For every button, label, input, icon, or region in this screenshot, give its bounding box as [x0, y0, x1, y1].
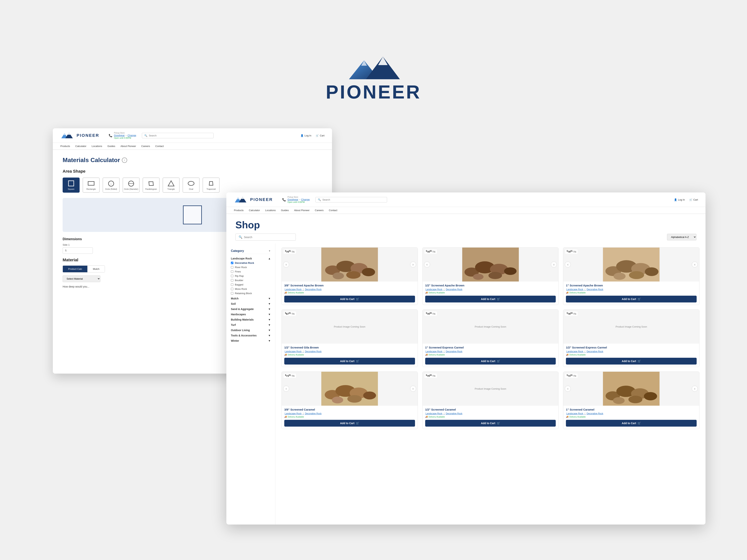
add-to-cart-btn-6[interactable]: Add to Cart 🛒 [566, 358, 697, 364]
sidebar-sand-aggregate[interactable]: Sand & Aggregate ▼ [231, 306, 271, 311]
shop-nav-careers[interactable]: Careers [315, 209, 324, 212]
sidebar-building-materials[interactable]: Building Materials ▼ [231, 316, 271, 322]
cat-link-9[interactable]: Landscape Rock [566, 412, 583, 415]
subcat-link-3[interactable]: Decorative Rock [587, 288, 603, 291]
calc-nav-about[interactable]: About Pioneer [121, 145, 136, 148]
subcat-link-2[interactable]: Decorative Rock [446, 288, 462, 291]
subcat-link-4[interactable]: Decorative Rock [305, 350, 321, 353]
shape-trapezoid[interactable]: Trapezoid [203, 178, 220, 193]
tab-product-calc[interactable]: Product Calc [63, 266, 87, 272]
sidebar-item-bagged[interactable]: Bagged [231, 282, 271, 287]
shop-store-link-change[interactable]: Change [301, 198, 310, 201]
cat-link-7[interactable]: Landscape Rock [285, 412, 302, 415]
shape-circle-diameter[interactable]: Circle (Diameter) [123, 178, 139, 193]
sidebar-item-river-rock[interactable]: River Rock [231, 265, 271, 270]
img-prev-btn-2[interactable]: ‹ [424, 261, 430, 268]
boulder-checkbox[interactable] [231, 279, 233, 281]
shop-nav-about[interactable]: About Pioneer [294, 209, 310, 212]
subcat-link-8[interactable]: Decorative Rock [446, 412, 462, 415]
calc-cart-btn[interactable]: 🛒 Cart [316, 134, 325, 137]
shop-nav-guides[interactable]: Guides [281, 209, 289, 212]
subcat-link-7[interactable]: Decorative Rock [305, 412, 321, 415]
shape-parallelogram[interactable]: Parallelogram [143, 178, 160, 193]
cat-link-5[interactable]: Landscape Rock [426, 350, 442, 353]
add-to-cart-btn-1[interactable]: Add to Cart 🛒 [284, 296, 415, 302]
add-to-cart-btn-5[interactable]: Add to Cart 🛒 [425, 358, 556, 364]
decorative-rock-checkbox[interactable] [231, 262, 233, 264]
moss-rock-checkbox[interactable] [231, 288, 233, 290]
cat-link-1[interactable]: Landscape Rock [285, 288, 302, 291]
river-rock-checkbox[interactable] [231, 266, 233, 269]
add-to-cart-btn-8[interactable]: Add to Cart 🛒 [425, 420, 556, 427]
calc-store-link-goodyear[interactable]: Goodyear [114, 134, 125, 137]
shape-rectangle[interactable]: Rectangle [83, 178, 100, 193]
tab-mulch[interactable]: Mulch [87, 266, 105, 272]
sidebar-mulch[interactable]: Mulch ▼ [231, 296, 271, 301]
calc-nav-careers[interactable]: Careers [141, 145, 150, 148]
shop-store-link-goodyear[interactable]: Goodyear [287, 198, 298, 201]
cat-link-6[interactable]: Landscape Rock [566, 350, 583, 353]
img-prev-btn-9[interactable]: ‹ [565, 386, 571, 392]
sidebar-category-title[interactable]: Category ▼ [231, 247, 271, 254]
calc-nav-guides[interactable]: Guides [107, 145, 115, 148]
img-next-btn-3[interactable]: › [692, 261, 698, 268]
sidebar-tools-accessories[interactable]: Tools & Accessories ▼ [231, 332, 271, 338]
bagged-checkbox[interactable] [231, 283, 233, 286]
add-to-cart-btn-2[interactable]: Add to Cart 🛒 [425, 296, 556, 302]
img-next-btn-7[interactable]: › [410, 386, 416, 392]
sidebar-hardscapes[interactable]: Hardscapes ▼ [231, 311, 271, 316]
shop-header-search-input[interactable] [323, 198, 385, 201]
fines-checkbox[interactable] [231, 271, 233, 273]
img-prev-btn-3[interactable]: ‹ [565, 261, 571, 268]
shape-oval[interactable]: Oval [183, 178, 200, 193]
shape-square[interactable]: Square [62, 178, 80, 193]
add-to-cart-btn-7[interactable]: Add to Cart 🛒 [284, 420, 415, 427]
retaining-block-checkbox[interactable] [231, 292, 233, 295]
shop-nav-locations[interactable]: Locations [265, 209, 276, 212]
subcat-link-6[interactable]: Decorative Rock [587, 350, 603, 353]
shop-login-btn[interactable]: 👤 Log In [674, 198, 685, 201]
img-next-btn-9[interactable]: › [692, 386, 698, 392]
subcat-link-5[interactable]: Decorative Rock [446, 350, 462, 353]
img-prev-btn-7[interactable]: ‹ [283, 386, 289, 392]
shape-triangle[interactable]: Triangle [163, 178, 180, 193]
sort-select[interactable]: Alphabetical A-Z Alphabetical Z-A Price … [667, 234, 696, 240]
subcat-link-9[interactable]: Decorative Rock [587, 412, 603, 415]
sidebar-item-rip-rap[interactable]: Rip Rap [231, 274, 271, 278]
cat-link-2[interactable]: Landscape Rock [426, 288, 442, 291]
calc-store-link-change[interactable]: Change [128, 134, 136, 137]
add-to-cart-btn-9[interactable]: Add to Cart 🛒 [566, 420, 697, 427]
side1-input[interactable] [62, 247, 93, 254]
calc-nav-contact[interactable]: Contact [155, 145, 164, 148]
rip-rap-checkbox[interactable] [231, 275, 233, 277]
cat-link-4[interactable]: Landscape Rock [285, 350, 302, 353]
shop-nav-products[interactable]: Products [234, 209, 243, 212]
img-next-btn-1[interactable]: › [410, 261, 416, 268]
sidebar-winter[interactable]: Winter ▼ [231, 338, 271, 343]
material-select[interactable]: Select Material [62, 276, 100, 282]
calc-nav-products[interactable]: Products [60, 145, 70, 148]
sidebar-item-boulder[interactable]: Boulder [231, 278, 271, 282]
add-to-cart-btn-3[interactable]: Add to Cart 🛒 [566, 296, 697, 302]
img-prev-btn-1[interactable]: ‹ [283, 261, 289, 268]
shop-search-input[interactable] [244, 236, 292, 239]
sidebar-outdoor-living[interactable]: Outdoor Living ▼ [231, 327, 271, 332]
add-to-cart-btn-4[interactable]: Add to Cart 🛒 [284, 358, 415, 364]
sidebar-item-decorative-rock[interactable]: Decorative Rock [231, 261, 271, 265]
calc-nav-locations[interactable]: Locations [92, 145, 102, 148]
img-next-btn-2[interactable]: › [551, 261, 557, 268]
calc-nav-calculator[interactable]: Calculator [75, 145, 86, 148]
shop-nav-contact[interactable]: Contact [329, 209, 337, 212]
sidebar-turf[interactable]: Turf ▼ [231, 322, 271, 327]
subcat-link-1[interactable]: Decorative Rock [305, 288, 321, 291]
sidebar-soil[interactable]: Soil ▼ [231, 301, 271, 306]
cat-link-8[interactable]: Landscape Rock [426, 412, 442, 415]
shop-cart-btn[interactable]: 🛒 Cart [689, 198, 698, 201]
sidebar-item-retaining-block[interactable]: Retaining Block [231, 291, 271, 296]
sidebar-landscape-rock[interactable]: Landscape Rock ▲ [231, 255, 271, 261]
shop-nav-calculator[interactable]: Calculator [249, 209, 260, 212]
calc-login-btn[interactable]: 👤 Log In [301, 134, 311, 137]
sidebar-item-moss-rock[interactable]: Moss Rock [231, 287, 271, 291]
sidebar-item-fines[interactable]: Fines [231, 270, 271, 274]
shape-circle-rolled[interactable]: C Circle (Rolled) [103, 178, 120, 193]
